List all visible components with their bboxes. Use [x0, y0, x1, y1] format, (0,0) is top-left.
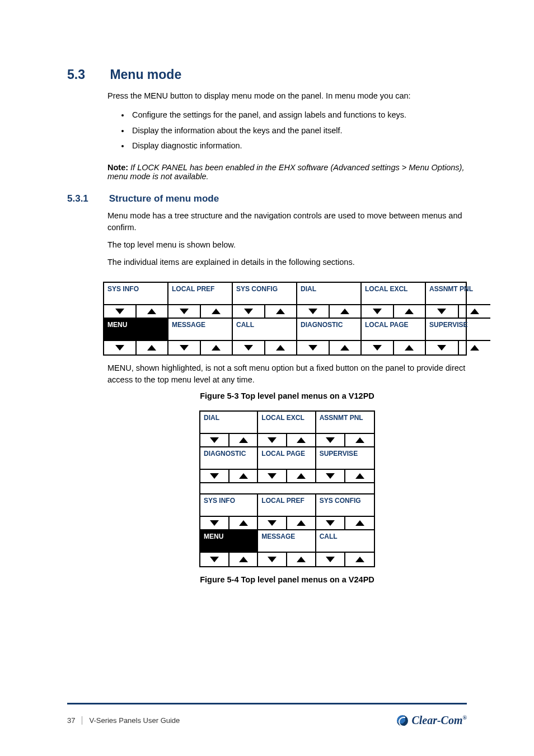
bullet-item: Display diagnostic information. — [130, 138, 467, 154]
up-arrow-icon[interactable] — [229, 517, 257, 529]
panel-cell[interactable]: SUPERVISE — [426, 319, 490, 354]
panel-cell[interactable]: DIAGNOSTIC — [200, 447, 258, 483]
panel-cell[interactable]: MENU — [200, 530, 258, 566]
panel-cell[interactable]: ASSNMT PNL — [316, 412, 374, 447]
figure-caption-v12pd: Figure 5-3 Top level panel menus on a V1… — [107, 391, 467, 400]
up-arrow-icon[interactable] — [287, 434, 315, 446]
arrow-pair — [426, 341, 490, 354]
arrow-pair — [362, 341, 425, 354]
key-label: LOCAL PAGE — [362, 319, 425, 341]
up-arrow-icon[interactable] — [394, 305, 425, 318]
down-arrow-icon[interactable] — [258, 517, 287, 529]
footer-left: 37 V-Series Panels User Guide — [67, 716, 180, 725]
subsection-number: 5.3.1 — [67, 193, 106, 204]
up-arrow-icon[interactable] — [201, 305, 232, 318]
panel-cell[interactable]: SYS CONFIG — [316, 494, 374, 530]
panel-cell[interactable]: SYS INFO — [104, 283, 168, 319]
panel-row: SYS INFO LOCAL PREF SYS CONFIG — [200, 494, 374, 530]
panel-cell[interactable]: MESSAGE — [168, 319, 233, 354]
panel-cell[interactable]: SYS INFO — [200, 494, 258, 530]
panel-row: MENU MESSAGE CALL DIAGNOSTIC LOCAL PAGE … — [104, 319, 490, 354]
up-arrow-icon[interactable] — [345, 517, 374, 529]
panel-cell[interactable]: LOCAL EXCL — [258, 412, 316, 447]
up-arrow-icon[interactable] — [137, 341, 168, 354]
up-arrow-icon[interactable] — [459, 341, 491, 354]
panel-cell[interactable]: CALL — [233, 319, 297, 354]
arrow-pair — [168, 305, 232, 319]
down-arrow-icon[interactable] — [104, 341, 137, 354]
down-arrow-icon[interactable] — [168, 305, 201, 318]
up-arrow-icon[interactable] — [287, 470, 315, 482]
up-arrow-icon[interactable] — [345, 434, 374, 446]
up-arrow-icon[interactable] — [137, 305, 168, 318]
up-arrow-icon[interactable] — [330, 341, 361, 354]
down-arrow-icon[interactable] — [316, 553, 346, 566]
down-arrow-icon[interactable] — [258, 553, 287, 566]
down-arrow-icon[interactable] — [200, 470, 229, 482]
key-label: LOCAL EXCL — [258, 412, 315, 434]
up-arrow-icon[interactable] — [265, 305, 297, 318]
down-arrow-icon[interactable] — [258, 470, 287, 482]
up-arrow-icon[interactable] — [345, 470, 374, 482]
arrow-pair — [168, 341, 232, 354]
up-arrow-icon[interactable] — [459, 305, 491, 318]
up-arrow-icon[interactable] — [287, 517, 315, 529]
key-label: CALL — [316, 530, 374, 553]
down-arrow-icon[interactable] — [233, 305, 265, 318]
up-arrow-icon[interactable] — [330, 305, 361, 318]
down-arrow-icon[interactable] — [200, 553, 229, 566]
down-arrow-icon[interactable] — [104, 305, 137, 318]
subsection-heading: 5.3.1 Structure of menu mode — [67, 193, 467, 204]
panel-cell[interactable]: LOCAL PAGE — [258, 447, 316, 483]
down-arrow-icon[interactable] — [362, 341, 394, 354]
up-arrow-icon[interactable] — [345, 553, 374, 566]
down-arrow-icon[interactable] — [426, 341, 459, 354]
down-arrow-icon[interactable] — [297, 341, 330, 354]
panel-cell[interactable]: DIAL — [200, 412, 258, 447]
panel-cell[interactable]: LOCAL PREF — [168, 283, 233, 319]
up-arrow-icon[interactable] — [287, 553, 315, 566]
down-arrow-icon[interactable] — [316, 517, 346, 529]
panel-cell[interactable]: LOCAL EXCL — [362, 283, 426, 319]
up-arrow-icon[interactable] — [229, 434, 257, 446]
key-label: LOCAL PREF — [168, 283, 232, 305]
section-heading: 5.3 Menu mode — [67, 67, 467, 82]
up-arrow-icon[interactable] — [229, 553, 257, 566]
panel-cell[interactable]: SUPERVISE — [316, 447, 374, 483]
arrow-pair — [426, 305, 490, 319]
down-arrow-icon[interactable] — [200, 517, 229, 529]
panel-cell[interactable]: SYS CONFIG — [233, 283, 297, 319]
down-arrow-icon[interactable] — [362, 305, 394, 318]
note-label: Note: — [107, 163, 128, 172]
panel-cell[interactable]: DIAL — [297, 283, 362, 319]
down-arrow-icon[interactable] — [233, 341, 265, 354]
down-arrow-icon[interactable] — [297, 305, 330, 318]
panel-cell[interactable]: ASSNMT PNL — [426, 283, 490, 319]
panel-cell[interactable]: MENU — [104, 319, 168, 354]
intro-text: Press the MENU button to display menu mo… — [107, 90, 467, 102]
up-arrow-icon[interactable] — [394, 341, 425, 354]
arrow-pair — [104, 341, 167, 354]
down-arrow-icon[interactable] — [200, 434, 229, 446]
panel-cell[interactable]: DIAGNOSTIC — [297, 319, 362, 354]
key-label: LOCAL EXCL — [362, 283, 425, 305]
down-arrow-icon[interactable] — [168, 341, 201, 354]
section-title: Menu mode — [110, 67, 181, 82]
panel-cell[interactable]: CALL — [316, 530, 374, 566]
panel-blank-row — [200, 483, 374, 494]
panel-cell[interactable]: LOCAL PREF — [258, 494, 316, 530]
panel-cell[interactable]: MESSAGE — [258, 530, 316, 566]
down-arrow-icon[interactable] — [258, 434, 287, 446]
bullet-list: Configure the settings for the panel, an… — [130, 108, 467, 154]
down-arrow-icon[interactable] — [426, 305, 459, 318]
up-arrow-icon[interactable] — [229, 470, 257, 482]
subsection-title: Structure of menu mode — [109, 193, 219, 204]
down-arrow-icon[interactable] — [316, 434, 346, 446]
panel-cell[interactable]: LOCAL PAGE — [362, 319, 426, 354]
up-arrow-icon[interactable] — [265, 341, 297, 354]
down-arrow-icon[interactable] — [316, 470, 346, 482]
key-label: LOCAL PAGE — [258, 447, 315, 470]
arrow-pair — [233, 341, 296, 354]
key-label: ASSNMT PNL — [316, 412, 374, 434]
up-arrow-icon[interactable] — [201, 341, 232, 354]
